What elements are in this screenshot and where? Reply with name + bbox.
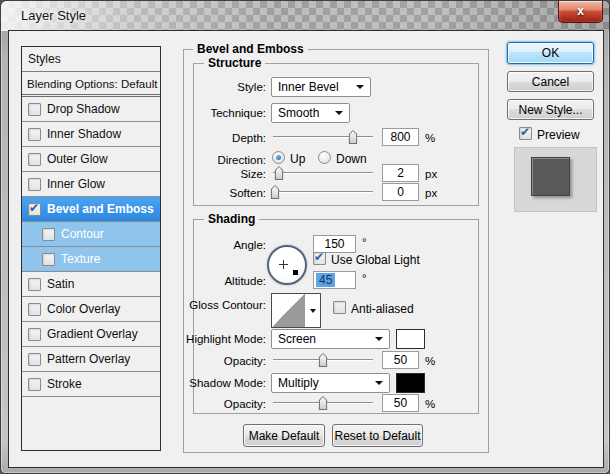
slider-thumb[interactable] [319, 353, 328, 367]
highlight-opacity-slider[interactable] [273, 352, 373, 368]
soften-slider[interactable] [273, 184, 373, 200]
cancel-button[interactable]: Cancel [507, 71, 594, 92]
sidebar-item-inner-shadow[interactable]: Inner Shadow [22, 122, 160, 147]
angle-dial[interactable] [267, 245, 307, 285]
size-input[interactable] [382, 164, 419, 182]
dropdown-arrow-icon [375, 337, 383, 341]
sidebar-item-stroke[interactable]: Stroke [22, 372, 160, 397]
direction-up-radio[interactable] [272, 151, 285, 164]
inner-shadow-checkbox[interactable] [28, 128, 41, 141]
highlight-mode-label: Highlight Mode: [176, 333, 266, 345]
soften-input[interactable] [382, 183, 419, 201]
slider-track[interactable] [273, 172, 373, 174]
angle-label: Angle: [176, 239, 266, 251]
check-icon: ✔ [314, 250, 324, 264]
texture-checkbox[interactable] [42, 253, 55, 266]
color-overlay-checkbox[interactable] [28, 303, 41, 316]
sidebar-item-texture[interactable]: Texture [22, 247, 160, 272]
sidebar-item-inner-glow[interactable]: Inner Glow [22, 172, 160, 197]
dropdown-arrow-icon [375, 381, 383, 385]
sidebar-item-label: Gradient Overlay [47, 327, 138, 341]
sidebar-item-label: Inner Shadow [47, 127, 121, 141]
sidebar-item-pattern-overlay[interactable]: Pattern Overlay [22, 347, 160, 372]
sidebar-item-contour[interactable]: Contour [22, 222, 160, 247]
size-slider[interactable] [273, 165, 373, 181]
styles-list-header: Styles [22, 47, 160, 72]
shadow-mode-select[interactable]: Multiply [271, 373, 390, 393]
direction-up-label[interactable]: Up [290, 152, 305, 166]
shadow-color-swatch[interactable] [396, 373, 425, 393]
slider-thumb[interactable] [319, 396, 328, 410]
slider-thumb[interactable] [275, 166, 284, 180]
ok-button[interactable]: OK [507, 42, 594, 64]
stroke-checkbox[interactable] [28, 378, 41, 391]
slider-track[interactable] [273, 136, 373, 138]
slider-track[interactable] [273, 191, 373, 193]
contour-checkbox[interactable] [42, 228, 55, 241]
sidebar-item-blending-options[interactable]: Blending Options: Default [22, 72, 160, 97]
styles-header-label: Styles [28, 52, 61, 66]
close-button[interactable]: x [558, 1, 603, 23]
bevel-emboss-group-title: Bevel and Emboss [193, 42, 308, 56]
outer-glow-checkbox[interactable] [28, 153, 41, 166]
size-label: Size: [176, 168, 266, 180]
depth-input[interactable] [382, 128, 419, 146]
highlight-mode-value: Screen [278, 332, 316, 346]
style-label: Style: [176, 81, 266, 93]
technique-select[interactable]: Smooth [271, 103, 350, 123]
shadow-mode-value: Multiply [278, 376, 319, 390]
preview-label[interactable]: Preview [537, 128, 580, 142]
dropdown-arrow-icon [310, 309, 316, 313]
gloss-contour-thumbnail[interactable] [272, 294, 305, 327]
new-style-button[interactable]: New Style... [507, 99, 594, 120]
depth-slider[interactable] [273, 129, 373, 145]
shadow-opacity-slider[interactable] [273, 395, 373, 411]
sidebar-item-outer-glow[interactable]: Outer Glow [22, 147, 160, 172]
preview-checkbox[interactable]: ✔ [519, 127, 532, 140]
altitude-unit: ° [362, 272, 367, 284]
highlight-mode-select[interactable]: Screen [271, 329, 390, 349]
sidebar-item-satin[interactable]: Satin [22, 272, 160, 297]
slider-thumb[interactable] [271, 185, 280, 199]
shadow-opacity-input[interactable] [382, 394, 419, 412]
sidebar-item-bevel-and-emboss[interactable]: ✔ Bevel and Emboss [22, 197, 160, 222]
crosshair-icon [279, 260, 288, 269]
altitude-label: Altitude: [176, 275, 266, 287]
satin-checkbox[interactable] [28, 278, 41, 291]
sidebar-item-color-overlay[interactable]: Color Overlay [22, 297, 160, 322]
reset-to-default-button[interactable]: Reset to Default [332, 424, 423, 447]
highlight-opacity-input[interactable] [382, 351, 419, 369]
check-icon: ✔ [520, 125, 530, 139]
angle-unit: ° [362, 236, 367, 248]
sidebar-item-gradient-overlay[interactable]: Gradient Overlay [22, 322, 160, 347]
highlight-color-swatch[interactable] [396, 329, 425, 349]
shadow-mode-label: Shadow Mode: [176, 377, 266, 389]
layer-style-dialog: Layer Style x Styles Blending Options: D… [0, 0, 610, 474]
sidebar-item-drop-shadow[interactable]: Drop Shadow [22, 97, 160, 122]
gloss-contour-label: Gloss Contour: [176, 299, 266, 311]
altitude-input[interactable]: 45 [313, 271, 356, 289]
use-global-light-checkbox[interactable]: ✔ [313, 252, 326, 265]
direction-down-label[interactable]: Down [336, 152, 367, 166]
use-global-light-label[interactable]: Use Global Light [331, 253, 420, 267]
sidebar-item-label: Satin [47, 277, 74, 291]
size-unit: px [425, 168, 437, 180]
style-select[interactable]: Inner Bevel [271, 77, 371, 97]
gradient-overlay-checkbox[interactable] [28, 328, 41, 341]
gloss-contour-picker[interactable] [271, 293, 321, 328]
anti-aliased-label[interactable]: Anti-aliased [351, 302, 414, 316]
dropdown-arrow-icon [356, 85, 364, 89]
make-default-button[interactable]: Make Default [243, 424, 325, 447]
inner-glow-checkbox[interactable] [28, 178, 41, 191]
blending-options-label: Blending Options: Default [27, 78, 157, 90]
pattern-overlay-checkbox[interactable] [28, 353, 41, 366]
bevel-and-emboss-checkbox[interactable]: ✔ [28, 203, 41, 216]
title-bar[interactable]: Layer Style x [1, 1, 610, 31]
anti-aliased-checkbox[interactable] [333, 301, 346, 314]
direction-down-radio[interactable] [318, 151, 331, 164]
depth-unit: % [425, 132, 435, 144]
window-title: Layer Style [21, 8, 86, 23]
drop-shadow-checkbox[interactable] [28, 103, 41, 116]
slider-thumb[interactable] [349, 130, 358, 144]
angle-indicator-dot [293, 270, 298, 275]
